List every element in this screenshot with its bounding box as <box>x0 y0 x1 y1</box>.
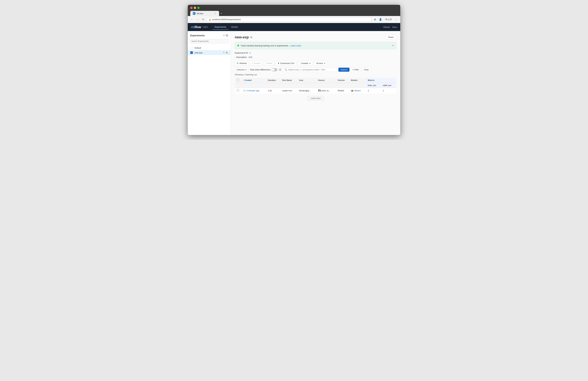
sidebar-header: Experiments + ⊟ <box>188 34 231 39</box>
row-duration: 1.6s <box>266 88 280 93</box>
traffic-lights <box>190 7 200 9</box>
profile-icon-button[interactable]: 👤 <box>378 18 383 22</box>
header-run-name: Run Name <box>280 78 297 83</box>
new-exp-checkbox[interactable]: ✓ <box>190 51 193 54</box>
sidebar-item-default[interactable]: Default ✎ 🗑 <box>188 45 231 50</box>
refresh-runs-button[interactable]: ↻ Refresh <box>235 61 249 66</box>
banner-close-button[interactable]: × <box>392 44 394 47</box>
description-toggle[interactable]: › Description Edit <box>235 56 397 58</box>
tab-bar: ML MLflow × + <box>188 11 400 16</box>
time-ago-cell: 🕐 4 minutes ago <box>243 90 264 92</box>
header-spacer <box>235 83 366 88</box>
close-traffic-light[interactable] <box>190 7 192 9</box>
download-csv-button[interactable]: ⬇ Download CSV <box>276 61 296 66</box>
download-icon: ⬇ <box>278 62 279 65</box>
edit-new-exp-button[interactable]: ✎ <box>223 51 225 54</box>
share-button[interactable]: Share <box>385 35 397 40</box>
learn-more-link[interactable]: Learn more <box>291 45 301 47</box>
back-button[interactable]: ← <box>190 18 194 22</box>
browser-refresh-button[interactable]: ↻ <box>201 17 205 22</box>
delete-default-button[interactable]: 🗑 <box>226 46 228 49</box>
load-more-row: Load more <box>235 93 397 103</box>
experiment-id-label: Experiment ID : <box>235 52 249 54</box>
grid-icon-button[interactable]: ⊞ <box>373 18 377 22</box>
showing-label: Showing 1 matching run <box>235 73 397 76</box>
profile-name-button[interactable]: 게스트 <box>384 17 393 22</box>
forward-button[interactable]: → <box>195 18 200 22</box>
header-created[interactable]: ↑ Created <box>241 78 266 83</box>
help-icon[interactable]: ? <box>279 68 282 71</box>
search-icon: 🔍 <box>285 68 287 71</box>
columns-label: Columns <box>236 68 245 71</box>
select-all-checkbox[interactable] <box>237 79 239 81</box>
model-link[interactable]: 📦 sklearn <box>351 90 364 92</box>
refresh-label: Refresh <box>239 62 247 65</box>
new-tab-button[interactable]: + <box>219 12 224 15</box>
created-time-link[interactable]: 4 minutes ago <box>246 90 259 92</box>
description-label: Description <box>236 56 247 58</box>
source-value: save_m... <box>321 90 330 92</box>
collapse-sidebar-button[interactable]: ⊟ <box>226 34 228 37</box>
experiment-header: new-exp ⧉ Share <box>235 35 397 40</box>
description-edit-link[interactable]: Edit <box>249 56 252 58</box>
sidebar-actions: + ⊟ <box>223 34 228 37</box>
delete-new-exp-button[interactable]: 🗑 <box>226 51 228 54</box>
runs-table: ↑ Created Duration Run Name User Source … <box>235 77 397 93</box>
sidebar: Experiments + ⊟ Default ✎ 🗑 <box>188 31 231 135</box>
sidebar-item-new-exp[interactable]: ✓ new-exp ✎ 🗑 <box>188 50 231 55</box>
only-diff-toggle[interactable] <box>272 68 277 71</box>
load-more-button[interactable]: Load more <box>307 96 324 101</box>
header-duration: Duration <box>266 78 280 83</box>
add-experiment-button[interactable]: + <box>223 34 225 37</box>
nav-experiments[interactable]: Experiments <box>212 24 228 30</box>
sidebar-title: Experiments <box>190 34 205 37</box>
delete-button[interactable]: Delete <box>264 61 274 66</box>
sort-created-button[interactable]: Created ∨ <box>298 61 313 66</box>
filter-button[interactable]: ≡ Filter <box>351 67 361 72</box>
tab-close-button[interactable]: × <box>214 12 216 15</box>
columns-button[interactable]: Columns ∨ <box>235 67 249 72</box>
filter-row: Columns ∨ Only show differences ? 🔍 Sear… <box>235 67 397 72</box>
description-section: › Description Edit <box>235 56 397 58</box>
experiment-id-value: 1 <box>250 52 251 54</box>
browser-toolbar: ← → ↻ 🔒 localhost:5000/#/experiments/1 ⊞… <box>188 16 400 23</box>
row-select-checkbox[interactable] <box>237 89 239 91</box>
header-models: Models <box>349 78 366 83</box>
address-bar[interactable]: 🔒 localhost:5000/#/experiments/1 <box>207 17 372 22</box>
header-user: User <box>297 78 316 83</box>
sidebar-search <box>188 39 231 45</box>
status-dot <box>237 45 239 46</box>
created-sort-column[interactable]: ↑ Created <box>243 79 264 81</box>
time-range-button[interactable]: All time ∨ <box>314 61 328 66</box>
nav-github[interactable]: GitHub <box>383 26 390 28</box>
search-button[interactable]: Search <box>338 68 349 72</box>
header-checkbox-cell <box>235 78 241 83</box>
browser-tab-mlflow[interactable]: ML MLflow × <box>190 11 219 16</box>
description-chevron: › <box>235 56 235 58</box>
lock-icon: 🔒 <box>209 18 211 21</box>
nav-docs[interactable]: Docs <box>392 26 397 28</box>
filter-search-input[interactable] <box>288 69 336 71</box>
filter-label: Filter <box>354 68 359 71</box>
columns-chevron: ∨ <box>245 68 247 71</box>
row-user: kimdonghy... <box>297 88 316 93</box>
model-icon: 📦 <box>351 90 354 92</box>
nav-models[interactable]: Models <box>229 24 240 30</box>
app-nav: mlflow 1.30.0 Experiments Models GitHub … <box>188 23 400 31</box>
created-chevron: ∨ <box>309 62 311 65</box>
copy-experiment-name-button[interactable]: ⧉ <box>250 36 252 39</box>
time-range-label: All time <box>316 62 323 65</box>
compare-button[interactable]: Compare <box>250 61 263 66</box>
row-checkbox-cell <box>235 88 241 93</box>
more-options-button[interactable]: ⋮ <box>394 18 398 22</box>
logo-version: 1.30.0 <box>203 26 208 28</box>
default-checkbox[interactable] <box>190 46 193 49</box>
clear-button[interactable]: Clear <box>362 67 371 72</box>
header-train-acc: train_acc <box>366 83 381 88</box>
header-version: Version <box>336 78 349 83</box>
minimize-traffic-light[interactable] <box>194 7 196 9</box>
maximize-traffic-light[interactable] <box>197 7 200 9</box>
edit-default-button[interactable]: ✎ <box>223 46 225 49</box>
search-experiments-input[interactable] <box>190 39 229 44</box>
tab-favicon: ML <box>193 12 195 15</box>
